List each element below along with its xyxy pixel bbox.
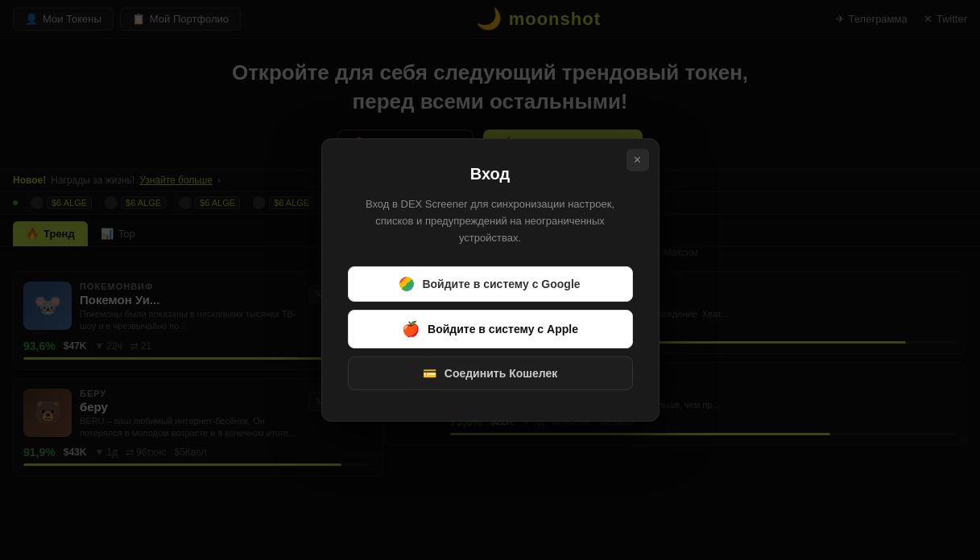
modal-close-button[interactable]: × — [626, 149, 649, 171]
close-icon: × — [634, 153, 641, 167]
modal-desc: Вход в DEX Screener для синхронизации на… — [348, 196, 633, 246]
google-login-button[interactable]: Войдите в систему с Google — [348, 266, 633, 302]
apple-login-button[interactable]: 🍎 Войдите в систему с Apple — [348, 310, 633, 348]
login-modal: × Вход Вход в DEX Screener для синхрониз… — [321, 138, 660, 421]
modal-title: Вход — [348, 165, 633, 183]
google-icon — [399, 277, 414, 291]
apple-button-label: Войдите в систему с Apple — [428, 323, 578, 336]
apple-icon: 🍎 — [402, 320, 420, 338]
wallet-icon: 💳 — [423, 367, 436, 380]
wallet-button-label: Соединить Кошелек — [445, 367, 557, 380]
google-button-label: Войдите в систему с Google — [422, 278, 580, 290]
modal-overlay[interactable]: × Вход Вход в DEX Screener для синхрониз… — [0, 0, 980, 560]
wallet-connect-button[interactable]: 💳 Соединить Кошелек — [348, 356, 633, 390]
